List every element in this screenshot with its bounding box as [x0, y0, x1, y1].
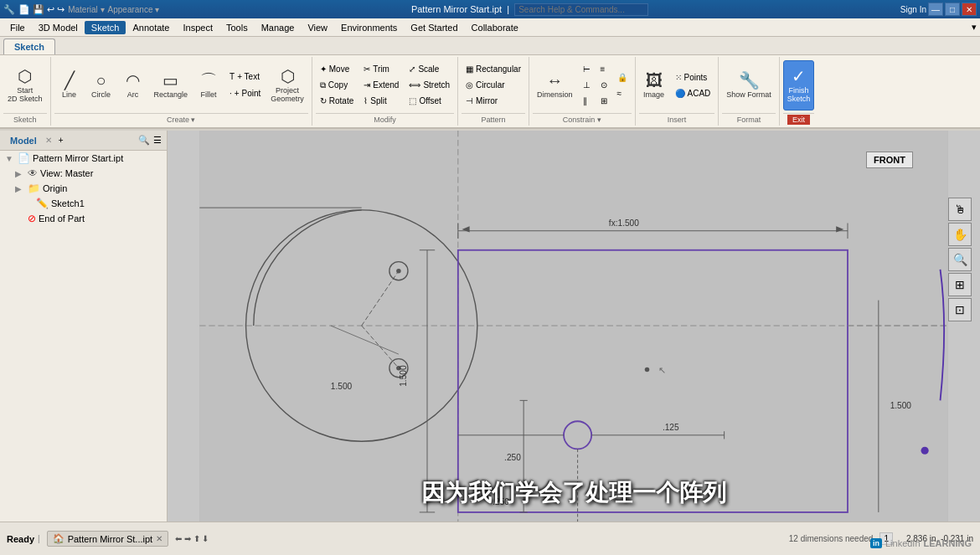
menu-tools[interactable]: Tools	[219, 21, 255, 34]
pattern-buttons: ▦ Rectangular ◎ Circular ⊣ Mirror	[462, 59, 525, 111]
menu-3dmodel[interactable]: 3D Model	[32, 21, 85, 34]
scale-button[interactable]: ⤢ Scale	[405, 62, 454, 77]
point-button[interactable]: · + Point	[225, 86, 265, 101]
home-icon: 🏠	[53, 533, 64, 544]
breadcrumb-close[interactable]: ✕	[156, 534, 162, 543]
constrain-dropdown[interactable]: ▾	[597, 116, 601, 124]
zoom-button[interactable]: 🔍	[948, 248, 972, 271]
svg-text:↖: ↖	[658, 365, 666, 375]
split-button[interactable]: ⌇ Split	[359, 94, 403, 109]
menu-annotate[interactable]: Annotate	[126, 21, 176, 34]
tree-view-master[interactable]: ▶ 👁 View: Master	[0, 166, 167, 181]
restore-button[interactable]: □	[945, 3, 960, 16]
sketch-buttons: ⬡ Start 2D Sketch	[3, 59, 47, 111]
tree-end-of-part[interactable]: ⊘ End of Part	[0, 211, 167, 226]
image-button[interactable]: 🖼 Image	[639, 60, 669, 110]
text-button[interactable]: T + Text	[225, 69, 265, 85]
exit-label[interactable]: Exit	[787, 115, 810, 125]
arc-button[interactable]: ◠ Arc	[118, 60, 148, 110]
panel-menu-icon[interactable]: ☰	[153, 135, 162, 146]
material-selector[interactable]: Material ▾	[68, 5, 104, 14]
svg-text:1.500: 1.500	[331, 382, 353, 391]
mirror-button[interactable]: ⊣ Mirror	[462, 94, 525, 109]
acad-button[interactable]: 🔵 ACAD	[671, 85, 715, 100]
rotate-button[interactable]: ↻ Rotate	[316, 94, 358, 109]
ribbon-group-constrain: ↔ Dimension ⊢ ⊥ ∥ ≡ ⊙ ⊞ 🔒 ≈ Constrain ▾	[529, 57, 636, 126]
minimize-button[interactable]: —	[928, 3, 943, 16]
create-dropdown-icon[interactable]: ▾	[191, 116, 195, 124]
canvas-area[interactable]: 1.500 fx:1.500 1.500 1.500 .125	[168, 131, 980, 522]
constrain-btn2[interactable]: ⊥	[579, 78, 595, 93]
statusbar-breadcrumb[interactable]: 🏠 Pattern Mirror St...ipt ✕	[47, 531, 168, 547]
status-nav-icons: ⬅ ➡ ⬆ ⬇	[175, 534, 209, 543]
constrain-buttons: ↔ Dimension ⊢ ⊥ ∥ ≡ ⊙ ⊞ 🔒 ≈	[533, 59, 632, 111]
menu-inspect[interactable]: Inspect	[177, 21, 219, 34]
appearance-selector[interactable]: Appearance ▾	[108, 5, 160, 14]
constrain-btn1[interactable]: ⊢	[579, 62, 595, 77]
stretch-icon: ⟺	[409, 80, 420, 90]
menu-sketch[interactable]: Sketch	[85, 21, 126, 34]
sign-in[interactable]: Sign In	[900, 5, 926, 14]
project-geometry-icon: ⬡	[281, 68, 295, 85]
point-icon: ·	[230, 89, 232, 98]
fit-button[interactable]: ⊞	[948, 273, 972, 296]
menu-manage[interactable]: Manage	[255, 21, 302, 34]
show-format-button[interactable]: 🔧 Show Format	[722, 60, 776, 110]
create-small-buttons: T + Text · + Point	[225, 69, 265, 101]
acad-icon: 🔵	[675, 89, 685, 98]
slice-button[interactable]: ⊡	[948, 298, 972, 321]
status-separator: |	[38, 534, 40, 543]
dimension-button[interactable]: ↔ Dimension	[533, 60, 577, 110]
orbit-button[interactable]: 🖱	[948, 198, 972, 221]
panel-close-x[interactable]: ✕	[45, 136, 52, 145]
sketch1-expand	[23, 199, 34, 208]
offset-button[interactable]: ⬚ Offset	[405, 94, 454, 109]
ribbon: ⬡ Start 2D Sketch Sketch ╱ Line ○ Circle…	[0, 55, 980, 129]
pan-button[interactable]: ✋	[948, 223, 972, 246]
fillet-button[interactable]: ⌒ Fillet	[193, 60, 224, 110]
circular-pattern-button[interactable]: ◎ Circular	[462, 78, 525, 93]
line-button[interactable]: ╱ Line	[54, 60, 85, 110]
left-panel: Model ✕ + 🔍 ☰ ▼ 📄 Pattern Mirror Start.i…	[0, 131, 168, 522]
start-2d-sketch-button[interactable]: ⬡ Start 2D Sketch	[3, 60, 47, 110]
constrain-btn5[interactable]: ⊙	[596, 78, 611, 93]
titlebar-left: 🔧 📄 💾 ↩ ↪ Material ▾ Appearance ▾	[3, 4, 159, 15]
menu-getstarted[interactable]: Get Started	[404, 21, 464, 34]
menu-environments[interactable]: Environments	[334, 21, 404, 34]
titlebar: 🔧 📄 💾 ↩ ↪ Material ▾ Appearance ▾ Patter…	[0, 0, 980, 18]
constrain-btn6[interactable]: ⊞	[596, 94, 611, 109]
constrain-btn8[interactable]: ≈	[613, 85, 632, 100]
finish-sketch-button[interactable]: ✓ Finish Sketch	[783, 60, 815, 110]
model-tab[interactable]: Model	[5, 134, 42, 147]
expand-icon[interactable]: ▾	[972, 22, 977, 33]
trim-icon: ✂	[364, 64, 370, 74]
points-button[interactable]: ⁙ Points	[671, 69, 715, 85]
menu-view[interactable]: View	[301, 21, 334, 34]
rectangle-button[interactable]: ▭ Rectangle	[150, 60, 193, 110]
tree-origin[interactable]: ▶ 📁 Origin	[0, 181, 167, 196]
move-button[interactable]: ✦ Move	[316, 62, 358, 77]
root-icon: 📄	[18, 152, 30, 164]
panel-add[interactable]: +	[59, 136, 64, 145]
constrain-btn7[interactable]: 🔒	[613, 69, 632, 85]
project-geometry-button[interactable]: ⬡ Project Geometry	[266, 60, 308, 110]
constrain-btn4[interactable]: ≡	[596, 62, 611, 77]
tab-sketch[interactable]: Sketch	[3, 39, 55, 54]
extend-button[interactable]: ⇥ Extend	[359, 78, 403, 93]
tree-root[interactable]: ▼ 📄 Pattern Mirror Start.ipt	[0, 151, 167, 166]
menu-collaborate[interactable]: Collaborate	[465, 21, 525, 34]
tree-sketch1[interactable]: ✏️ Sketch1	[0, 196, 167, 211]
menu-file[interactable]: File	[3, 21, 32, 34]
ribbon-group-insert: 🖼 Image ⁙ Points 🔵 ACAD Insert	[636, 57, 720, 126]
rectangular-button[interactable]: ▦ Rectangular	[462, 62, 525, 77]
mirror-icon: ⊣	[466, 96, 473, 105]
copy-button[interactable]: ⧉ Copy	[316, 78, 358, 93]
trim-button[interactable]: ✂ Trim	[359, 62, 403, 77]
search-panel-icon[interactable]: 🔍	[138, 135, 150, 146]
circle-button[interactable]: ○ Circle	[86, 60, 116, 110]
stretch-button[interactable]: ⟺ Stretch	[405, 78, 454, 93]
search-input[interactable]	[514, 3, 648, 16]
close-button[interactable]: ✕	[962, 3, 977, 16]
constrain-btn3[interactable]: ∥	[579, 94, 595, 109]
circle-icon: ○	[95, 72, 106, 89]
